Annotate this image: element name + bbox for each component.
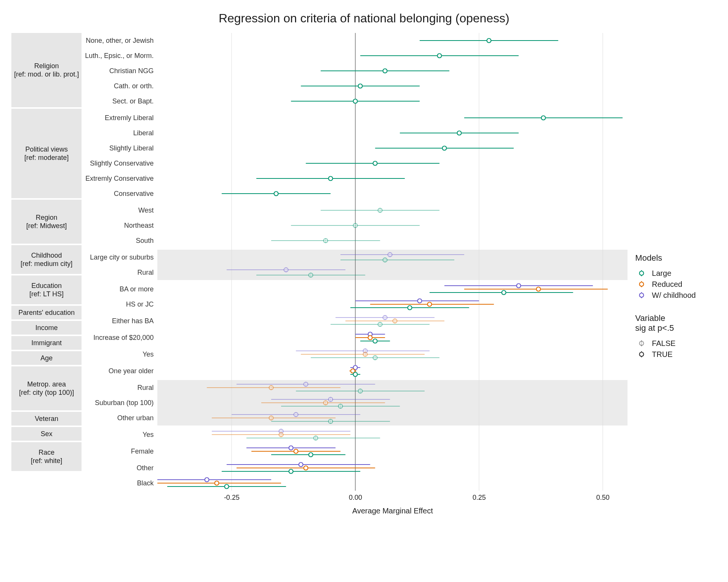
chart-row: Increase of $20,000 bbox=[82, 330, 628, 345]
legend-item-reduced: Reduced bbox=[635, 280, 717, 289]
chart-row: Rural bbox=[82, 380, 628, 395]
facet-label: Education [ref: LT HS] bbox=[11, 275, 82, 306]
chart-row: Extremly Liberal bbox=[82, 110, 628, 125]
y-tick-label: Christian NGG bbox=[82, 63, 157, 78]
y-tick-label: Luth., Epsic., or Morm. bbox=[82, 48, 157, 63]
facet-label: Region [ref: Midwest] bbox=[11, 200, 82, 245]
chart-row: One year older bbox=[82, 363, 628, 379]
plot-cell bbox=[157, 203, 628, 218]
facet-label: Veteran bbox=[11, 412, 82, 427]
y-tick-label: Either has BA bbox=[82, 313, 157, 329]
legend-label: Large bbox=[652, 269, 671, 278]
y-tick-label: South bbox=[82, 233, 157, 248]
chart-row: Sect. or Bapt. bbox=[82, 94, 628, 109]
facet-label: Metrop. area [ref: city (top 100)] bbox=[11, 366, 82, 412]
legend-models-title: Models bbox=[635, 253, 717, 263]
plot-cell bbox=[157, 233, 628, 248]
chart-row: None, other, or Jewish bbox=[82, 33, 628, 48]
svg-point-183 bbox=[640, 341, 644, 346]
chart-row: Slightly Conservative bbox=[82, 156, 628, 171]
y-tick-label: BA or more bbox=[82, 282, 157, 297]
facet-block: OtherBlack bbox=[82, 460, 628, 492]
y-tick-label: Black bbox=[82, 476, 157, 491]
legend-sig-false: FALSE bbox=[635, 339, 717, 348]
y-tick-label: None, other, or Jewish bbox=[82, 33, 157, 48]
facet-block: Female bbox=[82, 444, 628, 460]
plot-cell bbox=[157, 141, 628, 156]
chart-row: Either has BA bbox=[82, 313, 628, 329]
plot-cell bbox=[157, 395, 628, 410]
chart-row: Large city or suburbs bbox=[82, 250, 628, 265]
chart-row: Other urban bbox=[82, 410, 628, 426]
page-title: Regression on criteria of national belon… bbox=[11, 11, 717, 25]
y-tick-label: Increase of $20,000 bbox=[82, 330, 157, 345]
chart-row: Luth., Epsic., or Morm. bbox=[82, 48, 628, 63]
legend-item-childhood: W/ childhood bbox=[635, 291, 717, 300]
y-tick-label: Female bbox=[82, 444, 157, 459]
plot-cell bbox=[157, 110, 628, 125]
facet-block: One year older bbox=[82, 363, 628, 380]
plot-cell bbox=[157, 410, 628, 426]
plot-cell bbox=[157, 363, 628, 379]
legend-label: Reduced bbox=[652, 280, 682, 289]
plot-cell bbox=[157, 297, 628, 312]
facet-block: RuralSuburban (top 100)Other urban bbox=[82, 380, 628, 427]
y-tick-label: Yes bbox=[82, 347, 157, 362]
chart-row: Rural bbox=[82, 265, 628, 280]
facet-block: Extremly LiberalLiberalSlightly LiberalS… bbox=[82, 110, 628, 203]
y-tick-label: Other bbox=[82, 460, 157, 476]
plot-cell bbox=[157, 63, 628, 78]
legend-swatch bbox=[635, 269, 648, 277]
chart-row: Suburban (top 100) bbox=[82, 395, 628, 410]
plot-cell bbox=[157, 460, 628, 476]
y-tick-label: Extremly Liberal bbox=[82, 110, 157, 125]
x-tick-label: 0.50 bbox=[592, 494, 614, 502]
svg-point-181 bbox=[640, 293, 644, 297]
y-tick-label: Extremly Conservative bbox=[82, 171, 157, 186]
facet-block: Either has BA bbox=[82, 313, 628, 330]
svg-point-177 bbox=[640, 271, 644, 275]
chart-row: West bbox=[82, 203, 628, 218]
x-tick-label: -0.25 bbox=[220, 494, 243, 502]
facet-strip-column: Religion [ref: mod. or lib. prot.]Politi… bbox=[11, 33, 82, 569]
y-tick-label: Suburban (top 100) bbox=[82, 395, 157, 410]
plot-cell bbox=[157, 330, 628, 345]
legend-item-large: Large bbox=[635, 269, 717, 278]
svg-point-185 bbox=[640, 352, 644, 357]
y-tick-label: Liberal bbox=[82, 125, 157, 141]
facet-label: Race [ref: white] bbox=[11, 442, 82, 472]
y-tick-label: HS or JC bbox=[82, 297, 157, 312]
x-axis-title: Average Marginal Effect bbox=[157, 507, 628, 515]
plot-cell bbox=[157, 171, 628, 186]
facet-label: Age bbox=[11, 351, 82, 366]
legend-swatch bbox=[635, 339, 648, 347]
plot-cell bbox=[157, 186, 628, 201]
facet-block: Large city or suburbsRural bbox=[82, 250, 628, 282]
chart-row: Northeast bbox=[82, 218, 628, 233]
y-tick-label: Slightly Liberal bbox=[82, 141, 157, 156]
plot-cell bbox=[157, 347, 628, 362]
legend-swatch bbox=[635, 291, 648, 299]
chart-row: Liberal bbox=[82, 125, 628, 141]
facet-label: Childhood [ref: medium city] bbox=[11, 245, 82, 275]
plot-cell bbox=[157, 282, 628, 297]
chart-row: Female bbox=[82, 444, 628, 459]
plot-cell bbox=[157, 78, 628, 94]
y-tick-label: Conservative bbox=[82, 186, 157, 201]
facet-block: Yes bbox=[82, 427, 628, 444]
plot-cell bbox=[157, 33, 628, 48]
plot-cell bbox=[157, 48, 628, 63]
y-tick-label: West bbox=[82, 203, 157, 218]
plot-cell bbox=[157, 444, 628, 459]
facet-label: Income bbox=[11, 321, 82, 336]
plot-column: None, other, or JewishLuth., Epsic., or … bbox=[82, 33, 628, 569]
x-tick-label: 0.25 bbox=[468, 494, 491, 502]
plot-cell bbox=[157, 125, 628, 141]
plot-cell bbox=[157, 265, 628, 280]
facet-label: Parents' education bbox=[11, 306, 82, 321]
plot-cell bbox=[157, 218, 628, 233]
chart-row: Slightly Liberal bbox=[82, 141, 628, 156]
facet-label: Sex bbox=[11, 427, 82, 442]
y-tick-label: Yes bbox=[82, 427, 157, 442]
y-tick-label: Sect. or Bapt. bbox=[82, 94, 157, 109]
